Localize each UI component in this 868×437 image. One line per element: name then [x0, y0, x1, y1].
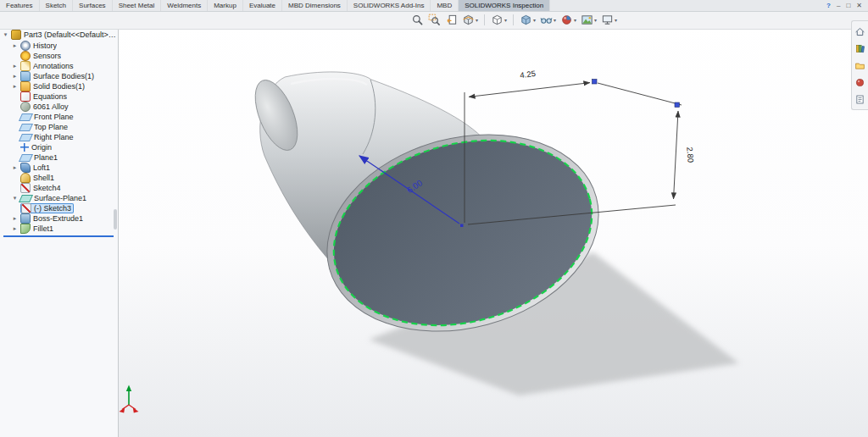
tab-sheet-metal[interactable]: Sheet Metal — [113, 0, 162, 11]
viewport-canvas[interactable]: 4.25 2.80 6.00 — [119, 12, 868, 437]
zoom-fit-button[interactable] — [410, 14, 425, 26]
view-settings-button[interactable]: ▾ — [600, 14, 618, 26]
dimension-value[interactable]: 2.80 — [685, 147, 695, 163]
custom-properties-button[interactable] — [854, 93, 866, 105]
hide-show-items-button[interactable]: ▾ — [539, 14, 557, 26]
tree-item-front-plane[interactable]: Front Plane — [2, 112, 117, 122]
expand-icon[interactable]: ▸ — [12, 213, 18, 224]
tree-item-boss-extrude1[interactable]: ▸ Boss-Extrude1 — [2, 213, 117, 224]
chevron-down-icon[interactable]: ▾ — [574, 18, 576, 23]
tree-item-surface-bodies[interactable]: ▸ Surface Bodies(1) — [2, 71, 117, 81]
orientation-triad — [120, 385, 139, 413]
expand-icon[interactable]: ▾ — [12, 193, 18, 203]
chevron-down-icon[interactable]: ▾ — [554, 18, 556, 23]
tree-item-loft1[interactable]: ▸ Loft1 — [2, 163, 117, 173]
tab-weldments[interactable]: Weldments — [161, 0, 208, 11]
toolbar-separator — [484, 14, 485, 25]
tree-item-top-plane[interactable]: Top Plane — [2, 122, 117, 132]
expand-icon[interactable]: ▸ — [12, 71, 18, 81]
history-icon — [20, 41, 31, 51]
expand-icon[interactable]: ▸ — [12, 61, 18, 71]
tree-item-surface-plane1[interactable]: ▾ Surface-Plane1 — [2, 193, 117, 203]
tab-solidworks-addins[interactable]: SOLIDWORKS Add-Ins — [348, 0, 431, 11]
tab-label: MBD — [437, 2, 452, 9]
section-view-button[interactable]: ▾ — [461, 14, 479, 26]
graphics-viewport[interactable]: 4.25 2.80 6.00 — [119, 12, 868, 437]
tree-item-label: Shell1 — [33, 174, 54, 182]
tree-item-material[interactable]: 6061 Alloy — [2, 102, 117, 112]
restore-button[interactable]: □ — [846, 2, 850, 9]
help-icon[interactable]: ? — [826, 2, 831, 9]
ribbon-strip: ▾ ▾ ▾ ▾ — [0, 12, 868, 30]
home-icon — [854, 26, 865, 37]
apply-scene-button[interactable]: ▾ — [580, 14, 598, 26]
expand-icon[interactable]: ▸ — [12, 41, 18, 51]
tree-item-history[interactable]: ▸ History — [2, 41, 117, 51]
tree-item-part-root[interactable]: ▾ Part3 (Default<<Default>_Display State… — [2, 29, 117, 40]
tree-item-origin[interactable]: Origin — [2, 142, 117, 152]
chevron-down-icon[interactable]: ▾ — [615, 18, 617, 23]
panel-splitter-handle[interactable] — [114, 209, 117, 230]
tree-item-plane1[interactable]: Plane1 — [2, 152, 117, 163]
file-explorer-icon — [854, 60, 865, 71]
tree-item-annotations[interactable]: ▸ Annotations — [2, 61, 117, 71]
file-explorer-button[interactable] — [854, 59, 866, 71]
tree-item-label: 6061 Alloy — [33, 102, 69, 111]
sketch-icon — [21, 203, 31, 213]
tree-item-sketch3[interactable]: (-) Sketch3 — [2, 203, 117, 213]
tab-markup[interactable]: Markup — [208, 0, 243, 11]
tree-item-shell1[interactable]: Shell1 — [2, 173, 117, 183]
dimension-handle[interactable] — [675, 102, 680, 108]
tab-label: Weldments — [167, 2, 201, 9]
apply-scene-icon — [581, 14, 593, 26]
close-button[interactable]: ✕ — [856, 2, 862, 9]
appearances-button[interactable] — [854, 76, 866, 88]
expand-icon[interactable]: ▸ — [12, 224, 18, 234]
tab-label: MBD Dimensions — [288, 2, 341, 9]
home-button[interactable] — [854, 25, 866, 37]
expand-icon[interactable]: ▸ — [12, 81, 18, 91]
tree-item-sketch4[interactable]: Sketch4 — [2, 183, 117, 193]
tab-mbd-dimensions[interactable]: MBD Dimensions — [282, 0, 348, 11]
minimize-button[interactable]: – — [837, 2, 840, 9]
design-library-button[interactable] — [854, 42, 866, 54]
ellipse-center-vertex[interactable] — [460, 224, 464, 228]
section-view-icon — [462, 14, 475, 26]
previous-view-button[interactable] — [444, 14, 459, 26]
tree-item-label: Part3 (Default<<Default>_Display State 1… — [24, 30, 117, 39]
edit-appearance-button[interactable]: ▾ — [559, 14, 577, 26]
chevron-down-icon[interactable]: ▾ — [594, 18, 597, 23]
tree-item-right-plane[interactable]: Right Plane — [2, 132, 117, 142]
sketch-icon — [20, 183, 31, 193]
dimension-value[interactable]: 4.25 — [520, 69, 537, 80]
tab-mbd[interactable]: MBD — [431, 0, 459, 11]
tree-item-equations[interactable]: Equations — [2, 91, 117, 102]
triad-x-axis-icon — [120, 407, 125, 412]
view-orientation-button[interactable]: ▾ — [490, 14, 508, 26]
tab-features[interactable]: Features — [0, 0, 40, 11]
tab-surfaces[interactable]: Surfaces — [73, 0, 113, 11]
chevron-down-icon[interactable]: ▾ — [476, 18, 478, 23]
tree-item-fillet1[interactable]: ▸ Fillet1 — [2, 224, 117, 234]
task-pane-strip — [851, 20, 868, 110]
chevron-down-icon[interactable]: ▾ — [504, 18, 507, 23]
tab-evaluate[interactable]: Evaluate — [243, 0, 282, 11]
tree-item-solid-bodies[interactable]: ▸ Solid Bodies(1) — [2, 81, 117, 91]
rollback-bar[interactable] — [3, 235, 114, 237]
tab-sketch[interactable]: Sketch — [40, 0, 73, 11]
expand-icon[interactable]: ▾ — [3, 30, 8, 40]
expand-icon[interactable]: ▸ — [12, 163, 18, 173]
chevron-down-icon[interactable]: ▾ — [533, 18, 536, 23]
dimension-line — [674, 111, 679, 199]
tree-item-sensors[interactable]: Sensors — [2, 51, 117, 61]
tab-solidworks-inspection[interactable]: SOLIDWORKS Inspection — [459, 0, 550, 11]
tab-label: Sketch — [46, 2, 66, 9]
tab-label: Evaluate — [249, 2, 275, 9]
surface-bodies-folder-icon — [20, 71, 31, 81]
custom-properties-icon — [854, 94, 865, 105]
tab-label: Sheet Metal — [119, 2, 155, 9]
previous-view-icon — [445, 14, 458, 26]
dimension-handle[interactable] — [593, 80, 598, 85]
zoom-area-button[interactable] — [427, 14, 442, 26]
display-style-button[interactable]: ▾ — [519, 14, 537, 26]
